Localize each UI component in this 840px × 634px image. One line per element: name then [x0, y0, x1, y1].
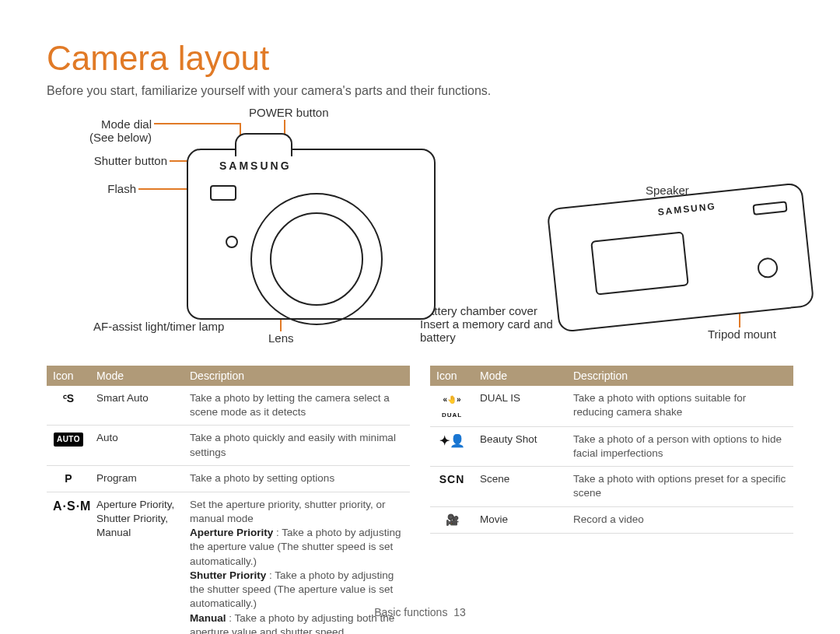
label-mode-dial: Mode dial: [101, 117, 152, 131]
label-flash: Flash: [47, 182, 136, 195]
label-af-lamp: AF-assist light/timer lamp: [93, 320, 224, 333]
table-row: ✦👤 Beauty Shot Take a photo of a person …: [430, 426, 793, 466]
mode-description: Take a photo by setting options: [184, 465, 410, 492]
diagram-area: Mode dial (See below) Shutter button Fla…: [47, 106, 793, 363]
speaker-icon: [752, 201, 787, 215]
label-shutter-button: Shutter button: [47, 154, 167, 167]
label-lens: Lens: [268, 331, 294, 345]
shutter-priority-label: Shutter Priority: [190, 569, 266, 581]
mode-name: Program: [90, 465, 184, 492]
scene-icon: SCN: [439, 473, 465, 485]
table-row: SCN Scene Take a photo with options pres…: [430, 467, 793, 506]
mode-name: Beauty Shot: [474, 426, 567, 466]
label-tripod: Tripod mount: [708, 328, 776, 341]
brand-logo: SAMSUNG: [219, 159, 292, 172]
mode-name: Smart Auto: [90, 386, 184, 426]
table-row: «🤚»DUAL DUAL IS Take a photo with option…: [430, 386, 793, 426]
th-description: Description: [184, 366, 410, 386]
leader-line: [154, 123, 240, 124]
battery-cover-icon: [590, 231, 689, 295]
th-mode: Mode: [474, 366, 567, 386]
th-mode: Mode: [90, 366, 184, 386]
table-row: P Program Take a photo by setting option…: [47, 465, 410, 492]
mode-description: Take a photo quickly and easily with min…: [184, 426, 410, 465]
af-lamp-icon: [226, 236, 238, 248]
camera-bottom-illustration: SAMSUNG: [547, 182, 815, 333]
auto-icon: AUTO: [54, 433, 83, 447]
page-footer: Basic functions 13: [0, 606, 840, 618]
table-row: 🎥 Movie Record a video: [430, 506, 793, 533]
mode-description: Take a photo by letting the camera selec…: [184, 386, 410, 426]
intro-text: Before you start, familiarize yourself w…: [47, 84, 793, 98]
dual-is-icon: «🤚»DUAL: [442, 395, 462, 419]
smart-auto-icon: ᶜS: [63, 392, 74, 405]
mode-table-left: Icon Mode Description ᶜS Smart Auto Take…: [47, 366, 410, 634]
th-description: Description: [567, 366, 793, 386]
mode-description: Take a photo with options preset for a s…: [567, 467, 793, 506]
tripod-mount-icon: [757, 257, 779, 279]
beauty-shot-icon: ✦👤: [439, 434, 465, 447]
flash-icon: [210, 185, 236, 201]
mode-description: Take a photo with options suitable for r…: [567, 386, 793, 426]
mode-name: Auto: [90, 426, 184, 465]
label-battery-cover: Battery chamber cover: [420, 304, 537, 317]
table-row: ᶜS Smart Auto Take a photo by letting th…: [47, 386, 410, 426]
mode-name: Movie: [474, 506, 567, 533]
table-row: AUTO Auto Take a photo quickly and easil…: [47, 426, 410, 465]
lens-inner-icon: [270, 212, 363, 306]
camera-front-illustration: SAMSUNG: [187, 149, 436, 320]
mode-name: Scene: [474, 467, 567, 506]
mode-table-right: Icon Mode Description «🤚»DUAL DUAL IS Ta…: [430, 366, 793, 534]
label-power-button: POWER button: [249, 106, 329, 119]
label-mode-dial-note: (See below): [47, 131, 152, 144]
page-title: Camera layout: [47, 39, 793, 78]
brand-logo: SAMSUNG: [657, 201, 716, 218]
th-icon: Icon: [430, 366, 474, 386]
program-icon: P: [65, 472, 72, 485]
footer-page-number: 13: [453, 606, 466, 618]
th-icon: Icon: [47, 366, 90, 386]
asm-icon: A·S·M: [53, 499, 91, 513]
mode-description: Take a photo of a person with options to…: [567, 426, 793, 466]
footer-section: Basic functions: [374, 606, 447, 618]
aperture-priority-label: Aperture Priority: [190, 527, 273, 538]
mode-description: Record a video: [567, 506, 793, 533]
movie-icon: 🎥: [446, 513, 459, 526]
mode-name: DUAL IS: [474, 386, 567, 426]
asm-desc-intro: Set the aperture priority, shutter prior…: [190, 499, 386, 524]
